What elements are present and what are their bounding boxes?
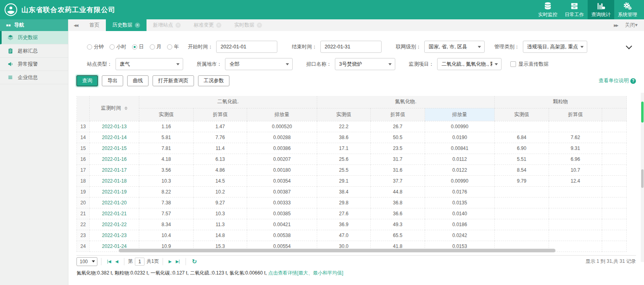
- table-cell: 0.00385: [247, 208, 317, 219]
- nav-system-management[interactable]: 系统管理: [614, 0, 641, 19]
- table-row[interactable]: 222022-01-228.3411.30.0042136.949.30.018…: [77, 219, 627, 230]
- table-cell: [495, 208, 549, 219]
- nav-query-statistics[interactable]: 查询统计: [588, 0, 614, 19]
- details-link[interactable]: 点击查看详情[最大、最小和平均值]: [268, 270, 343, 276]
- table-row[interactable]: 182022-01-1810.314.50.0035429.137.70.009…: [77, 175, 627, 186]
- table-row[interactable]: 152022-01-157.8111.40.0038617.123.50.008…: [77, 143, 627, 154]
- tab-history-data[interactable]: 历史数据 ×: [106, 19, 147, 31]
- manage-category-select[interactable]: 违规项目, 高架源, 重点排: [523, 41, 587, 53]
- table-row[interactable]: 132022-01-131.161.470.00052022.226.70.00…: [77, 121, 627, 132]
- table-row[interactable]: 172022-01-173.564.860.0018025.531.60.012…: [77, 164, 627, 175]
- start-time-input[interactable]: [216, 41, 277, 53]
- page-number-input[interactable]: [135, 258, 144, 266]
- network-level-select[interactable]: 国家, 省, 市, 区县: [424, 41, 485, 53]
- outlet-select[interactable]: 3号焚烧炉: [335, 58, 395, 70]
- table-cell: 2022-01-20: [90, 197, 139, 208]
- table-cell: 7.57: [139, 208, 194, 219]
- radio-hour[interactable]: 小时: [109, 44, 126, 50]
- sidebar-item-abnormal-alarm[interactable]: 异常报警: [0, 58, 68, 71]
- page-size-select[interactable]: 100: [76, 257, 97, 266]
- city-select[interactable]: 全部: [225, 58, 293, 70]
- column-header-pm-measured[interactable]: 实测值: [495, 108, 549, 121]
- table-cell: 38.6: [317, 132, 371, 143]
- table-cell: 10.2: [194, 186, 247, 197]
- filter-row-2: 站点类型： 废气 所属地市： 全部 排口名称： 3号焚烧炉 监测项目： 二氧化硫…: [76, 58, 636, 70]
- table-cell: 9.79: [495, 175, 549, 186]
- table-cell: 0.000520: [247, 121, 317, 132]
- table-cell: [602, 241, 627, 252]
- tab-close-icon[interactable]: ×: [257, 23, 262, 28]
- radio-day[interactable]: 日: [132, 44, 144, 50]
- refresh-icon[interactable]: ↻: [192, 258, 197, 265]
- prev-page-button[interactable]: ◀: [115, 259, 118, 264]
- table-cell: [602, 230, 627, 241]
- caret-down-icon: [286, 63, 289, 65]
- vertical-scrollbar-thumb[interactable]: [641, 102, 644, 123]
- tab-new-site[interactable]: 新增站点 ×: [147, 19, 187, 31]
- caret-down-icon: [495, 63, 498, 65]
- next-page-button[interactable]: ▶: [169, 259, 172, 264]
- table-row[interactable]: 212022-01-217.5710.30.0038527.636.60.014…: [77, 208, 627, 219]
- table-row[interactable]: 142022-01-145.817.760.0028838.650.50.019…: [77, 132, 627, 143]
- tab-realtime-data[interactable]: 实时数据 ×: [228, 19, 268, 31]
- table-cell: [549, 241, 602, 252]
- page-scrollbar-thumb[interactable]: [641, 169, 644, 188]
- horizontal-scrollbar[interactable]: [119, 249, 555, 252]
- column-header-time[interactable]: 监测时间: [90, 96, 139, 121]
- collapse-filters-icon[interactable]: [626, 43, 632, 49]
- open-new-query-button[interactable]: 打开新查询页: [153, 75, 194, 86]
- close-tabs-dropdown[interactable]: 关闭▾: [625, 22, 638, 29]
- start-time-label: 开始时间：: [188, 44, 213, 50]
- direct-data-checkbox[interactable]: [510, 61, 516, 67]
- query-button[interactable]: 查询: [76, 75, 98, 86]
- tab-close-icon[interactable]: ×: [175, 23, 181, 28]
- tab-close-icon[interactable]: ×: [216, 23, 221, 28]
- question-icon: ?: [630, 78, 636, 84]
- column-header-pm-converted[interactable]: 折算值: [549, 108, 602, 121]
- tab-standard-change[interactable]: 标准变更 ×: [187, 19, 228, 31]
- unit-help-link[interactable]: 查看单位说明 ?: [599, 77, 636, 84]
- radio-year[interactable]: 年: [167, 44, 179, 50]
- radio-label: 年: [174, 44, 179, 50]
- table-cell: 25.6: [317, 154, 371, 164]
- drawer-icon: [570, 2, 579, 10]
- table-cell: 17: [77, 164, 90, 175]
- table-cell: [549, 197, 602, 208]
- column-header-nox-measured[interactable]: 实测值: [317, 108, 371, 121]
- table-row[interactable]: 202022-01-207.389.270.0033329.836.80.013…: [77, 197, 627, 208]
- table-cell: 26.7: [371, 121, 425, 132]
- radio-minute[interactable]: 分钟: [87, 44, 104, 50]
- column-header-so2-emission[interactable]: 排放量: [247, 108, 317, 121]
- condition-params-button[interactable]: 工况参数: [198, 75, 229, 86]
- sidebar-item-history-data[interactable]: 历史数据: [0, 31, 68, 44]
- table-row[interactable]: 162022-01-164.186.130.0020725.631.70.011…: [77, 154, 627, 164]
- sidebar-item-exceed-summary[interactable]: 超标汇总: [0, 44, 68, 58]
- curve-button[interactable]: 曲线: [127, 75, 149, 86]
- nav-realtime-monitor[interactable]: 实时监控: [535, 0, 561, 19]
- table-row[interactable]: 232022-01-2310.414.80.0053847.065.50.024…: [77, 230, 627, 241]
- tab-close-icon[interactable]: ×: [135, 23, 140, 28]
- column-header-so2-measured[interactable]: 实测值: [139, 108, 194, 121]
- column-header-so2-converted[interactable]: 折算值: [194, 108, 247, 121]
- tab-scroll-left-icon[interactable]: ◀◀: [68, 19, 83, 31]
- table-cell: 11.4: [194, 143, 247, 154]
- monitor-items-select[interactable]: 二氧化硫., 氮氧化物., 颗粒: [437, 58, 502, 70]
- monitor-items-value: 二氧化硫., 氮氧化物., 颗粒: [442, 61, 492, 68]
- table-cell: 4.18: [139, 154, 194, 164]
- last-page-button[interactable]: ▶|: [175, 259, 180, 264]
- tab-scroll-right-icon[interactable]: ▶▶: [614, 23, 618, 27]
- export-button[interactable]: 导出: [102, 75, 123, 86]
- column-header-nox-converted[interactable]: 折算值: [371, 108, 425, 121]
- column-header-nox-emission[interactable]: 排放量: [425, 108, 495, 121]
- nav-daily-work[interactable]: 日常工作: [561, 0, 588, 19]
- site-type-select[interactable]: 废气: [116, 58, 183, 70]
- table-row[interactable]: 192022-01-198.2210.20.0038738.444.80.017…: [77, 186, 627, 197]
- first-page-button[interactable]: |◀: [107, 259, 111, 264]
- caret-down-icon: [388, 63, 392, 65]
- tab-home[interactable]: 首页: [83, 19, 106, 31]
- table-cell: 36.9: [317, 219, 371, 230]
- table-cell: [602, 121, 627, 132]
- end-time-input[interactable]: [320, 41, 382, 53]
- radio-month[interactable]: 月: [150, 44, 162, 50]
- sidebar-item-enterprise-info[interactable]: 企业信息: [0, 71, 68, 84]
